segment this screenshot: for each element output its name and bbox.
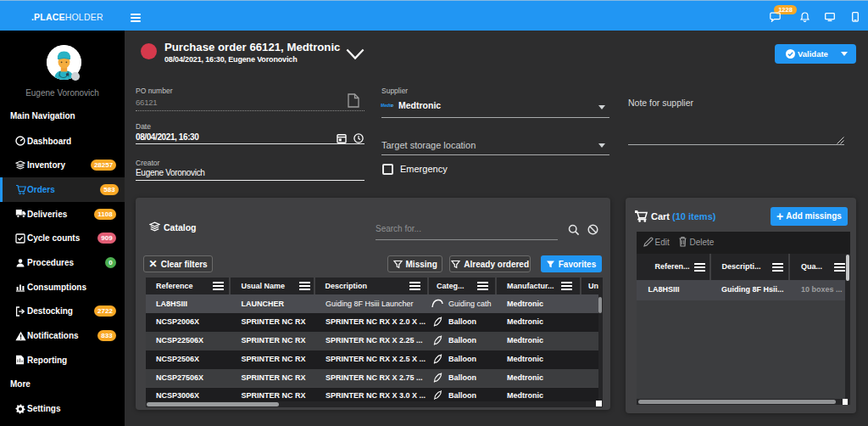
- svg-text:o: o: [391, 103, 393, 108]
